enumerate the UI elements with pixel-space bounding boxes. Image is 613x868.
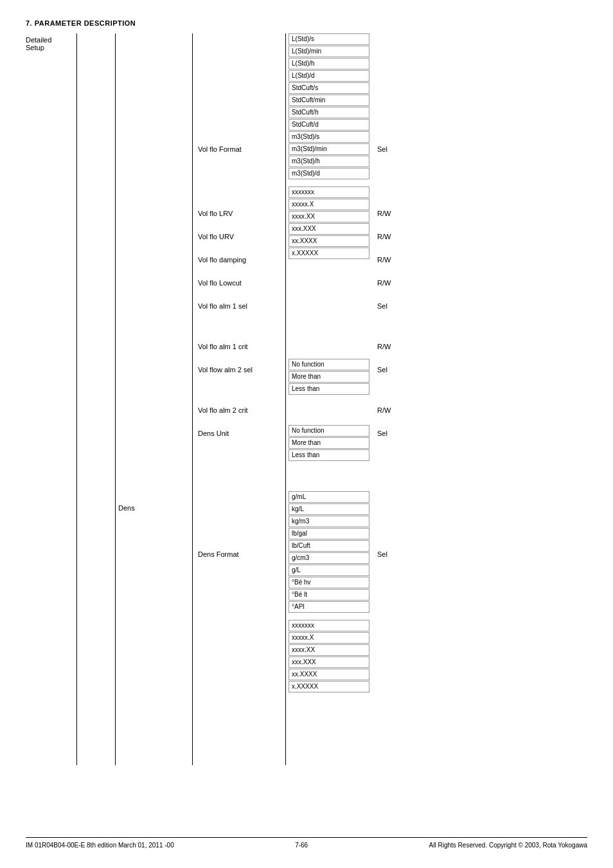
- dens-unit-label: Dens Unit: [195, 428, 231, 439]
- page-footer: IM 01R04B04-00E-E 8th edition March 01, …: [26, 837, 587, 849]
- dens-unit-option: g/L: [289, 565, 369, 576]
- unit-item: L(Std)/s: [289, 33, 369, 45]
- vol-flo-alm1-sel-label: Vol flo alm 1 sel: [195, 301, 250, 311]
- dens-unit-option: kg/L: [289, 503, 369, 515]
- vol-flo-alm1-crit-type: R/W: [375, 341, 393, 352]
- vol-flo-lowcut-type: R/W: [375, 278, 393, 288]
- footer-center: 7-66: [295, 842, 308, 849]
- unit-item: m3(Std)/d: [289, 168, 369, 179]
- page-header: 7. PARAMETER DESCRIPTION: [26, 19, 587, 27]
- alm-option: Less than: [289, 383, 369, 395]
- dens-unit-option: °Bé hv: [289, 577, 369, 588]
- vol-flow-alm2-sel-type: Sel: [375, 365, 390, 375]
- vol-flo-alm2-crit-type: R/W: [375, 405, 393, 415]
- dens-format-option: x.XXXXX: [289, 681, 369, 692]
- unit-item: m3(Std)/s: [289, 131, 369, 143]
- unit-item: StdCuft/h: [289, 107, 369, 118]
- units-list: L(Std)/s L(Std)/min L(Std)/h L(Std)/d St…: [289, 33, 369, 180]
- format-option: x.XXXXX: [289, 248, 369, 259]
- dens-unit-type: Sel: [375, 428, 390, 439]
- vol-flow-alm2-sel-options: No function More than Less than: [289, 425, 369, 462]
- format-option: xxx.XXX: [289, 223, 369, 235]
- vol-flo-lrv-type: R/W: [375, 208, 393, 219]
- format-option: xxxx.XX: [289, 211, 369, 222]
- dens-unit-option: g/cm3: [289, 552, 369, 564]
- vol-flo-alm2-crit-label: Vol flo alm 2 crit: [195, 405, 251, 415]
- dens-format-option: xxxxx.X: [289, 632, 369, 644]
- vol-flo-damping-label: Vol flo damping: [195, 255, 249, 265]
- alm-option: More than: [289, 371, 369, 383]
- dens-format-options: xxxxxxx xxxxx.X xxxx.XX xxx.XXX xx.XXXX …: [289, 620, 369, 693]
- vol-flo-lowcut-label: Vol flo Lowcut: [195, 278, 244, 288]
- unit-item: StdCuft/s: [289, 82, 369, 94]
- unit-item: m3(Std)/h: [289, 156, 369, 167]
- dens-unit-option: lb/Cuft: [289, 540, 369, 552]
- vol-flo-urv-label: Vol flo URV: [195, 231, 236, 242]
- unit-item: m3(Std)/min: [289, 143, 369, 155]
- vol-flo-format-type: Sel: [375, 144, 390, 154]
- footer-left: IM 01R04B04-00E-E 8th edition March 01, …: [26, 842, 174, 849]
- footer-right: All Rights Reserved. Copyright © 2003, R…: [429, 842, 587, 849]
- vol-flo-format-options: xxxxxxx xxxxx.X xxxx.XX xxx.XXX xx.XXXX …: [289, 186, 369, 260]
- vol-flo-alm1-crit-label: Vol flo alm 1 crit: [195, 341, 251, 352]
- unit-item: L(Std)/min: [289, 46, 369, 57]
- dens-format-option: xxx.XXX: [289, 656, 369, 668]
- unit-item: L(Std)/d: [289, 70, 369, 82]
- vol-flo-format-label: Vol flo Format: [195, 144, 244, 154]
- dens-unit-options: g/mL kg/L kg/m3 lb/gal lb/Cuft g/cm3 g/L…: [289, 491, 369, 613]
- vol-flow-alm2-sel-label: Vol flow alm 2 sel: [195, 365, 255, 375]
- format-option: xxxxxxx: [289, 186, 369, 198]
- dens-unit-option: kg/m3: [289, 516, 369, 527]
- alm-option: More than: [289, 437, 369, 449]
- dens-unit-option: °API: [289, 601, 369, 613]
- format-option: xxxxx.X: [289, 199, 369, 210]
- unit-item: StdCuft/d: [289, 119, 369, 131]
- dens-label: Dens: [118, 503, 135, 512]
- dens-unit-option: lb/gal: [289, 528, 369, 539]
- vol-flo-urv-type: R/W: [375, 231, 393, 242]
- dens-format-label: Dens Format: [195, 549, 242, 559]
- dens-format-option: xx.XXXX: [289, 669, 369, 680]
- dens-format-type: Sel: [375, 549, 390, 559]
- vol-flo-alm1-sel-options: No function More than Less than: [289, 359, 369, 395]
- alm-option: Less than: [289, 449, 369, 461]
- alm-option: No function: [289, 425, 369, 437]
- vol-flo-alm1-sel-type: Sel: [375, 301, 390, 311]
- dens-format-option: xxxx.XX: [289, 644, 369, 656]
- dens-unit-option: °Bé lt: [289, 589, 369, 601]
- detailed-setup-label: DetailedSetup: [26, 33, 76, 51]
- format-option: xx.XXXX: [289, 235, 369, 247]
- alm-option: No function: [289, 359, 369, 370]
- dens-format-option: xxxxxxx: [289, 620, 369, 631]
- unit-item: StdCuft/min: [289, 95, 369, 106]
- vol-flo-lrv-label: Vol flo LRV: [195, 208, 235, 219]
- vol-flo-damping-type: R/W: [375, 255, 393, 265]
- dens-unit-option: g/mL: [289, 491, 369, 503]
- unit-item: L(Std)/h: [289, 58, 369, 69]
